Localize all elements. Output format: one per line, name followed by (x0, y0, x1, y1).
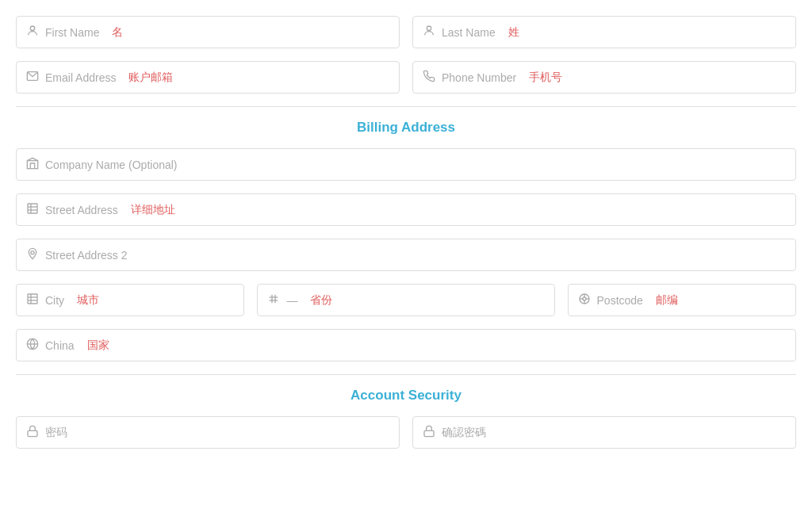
confirm-password-placeholder: 确認密碼 (442, 426, 486, 440)
postcode-icon (578, 292, 591, 308)
last-name-group: Last Name 姓 (412, 16, 796, 48)
building-icon (26, 157, 39, 172)
street1-value: 详细地址 (131, 203, 175, 217)
svg-point-1 (427, 26, 431, 30)
first-name-group: First Name 名 (16, 16, 400, 48)
last-name-input[interactable]: Last Name 姓 (412, 16, 796, 48)
lock-icon (26, 425, 39, 440)
company-row: Company Name (Optional) (16, 148, 796, 181)
city-input[interactable]: City 城市 (16, 284, 244, 316)
security-title: Account Security (16, 388, 796, 403)
last-name-placeholder: Last Name (442, 26, 496, 39)
street1-group: Street Address 详细地址 (16, 193, 796, 226)
email-icon (26, 70, 39, 85)
postcode-value: 邮编 (656, 293, 678, 308)
first-name-placeholder: First Name (45, 26, 99, 39)
confirm-password-group: 确認密碼 (412, 416, 796, 449)
phone-input[interactable]: Phone Number 手机号 (412, 61, 796, 94)
street2-input[interactable]: Street Address 2 (16, 239, 796, 271)
phone-group: Phone Number 手机号 (412, 61, 796, 94)
postcode-placeholder: Postcode (597, 294, 643, 307)
country-row: China 国家 (16, 329, 796, 361)
postcode-input[interactable]: Postcode 邮编 (568, 284, 796, 316)
company-input[interactable]: Company Name (Optional) (16, 148, 796, 181)
email-value: 账户邮箱 (128, 71, 173, 85)
svg-point-18 (583, 297, 586, 300)
city-icon (26, 292, 39, 308)
country-input[interactable]: China 国家 (16, 329, 796, 361)
person-icon-2 (423, 25, 435, 40)
company-group: Company Name (Optional) (16, 148, 796, 181)
state-value: 省份 (310, 293, 332, 308)
globe-icon (26, 338, 39, 353)
svg-point-0 (30, 26, 34, 30)
contact-row: Email Address 账户邮箱 Phone Number 手机号 (16, 61, 796, 94)
state-placeholder: — (286, 294, 297, 307)
svg-point-8 (31, 251, 34, 254)
confirm-password-input[interactable]: 确認密碼 (412, 416, 796, 449)
city-state-postcode-row: City 城市 — 省份 (16, 284, 796, 316)
svg-rect-4 (28, 204, 37, 213)
password-placeholder: 密码 (45, 426, 67, 440)
country-value: 国家 (87, 338, 109, 353)
svg-rect-25 (28, 430, 37, 436)
street1-placeholder: Street Address (45, 204, 118, 216)
city-placeholder: City (45, 294, 64, 307)
svg-rect-26 (424, 430, 434, 436)
name-row: First Name 名 Last Name 姓 (16, 16, 796, 48)
state-input[interactable]: — 省份 (257, 284, 554, 316)
billing-title: Billing Address (16, 120, 796, 136)
street2-group: Street Address 2 (16, 239, 796, 271)
country-placeholder: China (45, 339, 75, 352)
billing-divider (16, 106, 796, 107)
company-placeholder: Company Name (Optional) (45, 159, 178, 171)
first-name-value: 名 (112, 25, 123, 40)
password-row: 密码 确認密碼 (16, 416, 796, 449)
street2-placeholder: Street Address 2 (45, 249, 128, 262)
email-placeholder: Email Address (45, 71, 116, 84)
state-group: — 省份 (257, 284, 554, 316)
country-group: China 国家 (16, 329, 796, 361)
svg-rect-9 (28, 294, 37, 304)
state-icon (267, 292, 280, 308)
security-divider (16, 374, 796, 375)
street1-row: Street Address 详细地址 (16, 193, 796, 226)
street-icon (26, 202, 39, 217)
city-value: 城市 (77, 293, 99, 308)
city-group: City 城市 (16, 284, 244, 316)
lock-icon-2 (423, 425, 435, 440)
svg-rect-3 (27, 161, 37, 169)
password-group: 密码 (16, 416, 400, 449)
phone-placeholder: Phone Number (442, 71, 516, 84)
first-name-input[interactable]: First Name 名 (16, 16, 400, 48)
street1-input[interactable]: Street Address 详细地址 (16, 193, 796, 226)
email-input[interactable]: Email Address 账户邮箱 (16, 61, 400, 94)
phone-value: 手机号 (529, 71, 562, 85)
street2-row: Street Address 2 (16, 239, 796, 271)
phone-icon (423, 70, 435, 85)
postcode-group: Postcode 邮编 (568, 284, 796, 316)
person-icon (26, 25, 39, 40)
pin-icon (26, 247, 39, 262)
password-input[interactable]: 密码 (16, 416, 400, 449)
email-group: Email Address 账户邮箱 (16, 61, 400, 94)
last-name-value: 姓 (508, 25, 519, 40)
